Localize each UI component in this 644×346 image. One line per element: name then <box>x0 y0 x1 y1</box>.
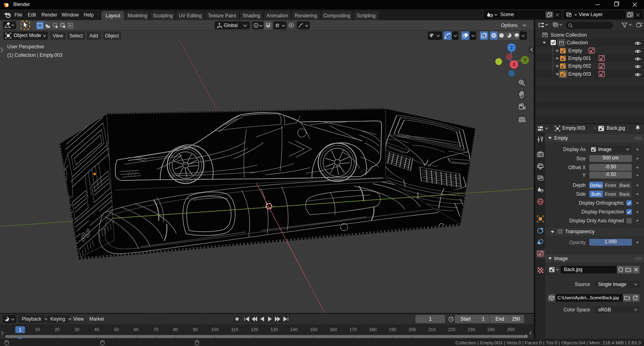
svg-text:Y: Y <box>524 58 526 62</box>
svg-text:X: X <box>513 62 516 67</box>
svg-text:Z: Z <box>510 46 513 50</box>
